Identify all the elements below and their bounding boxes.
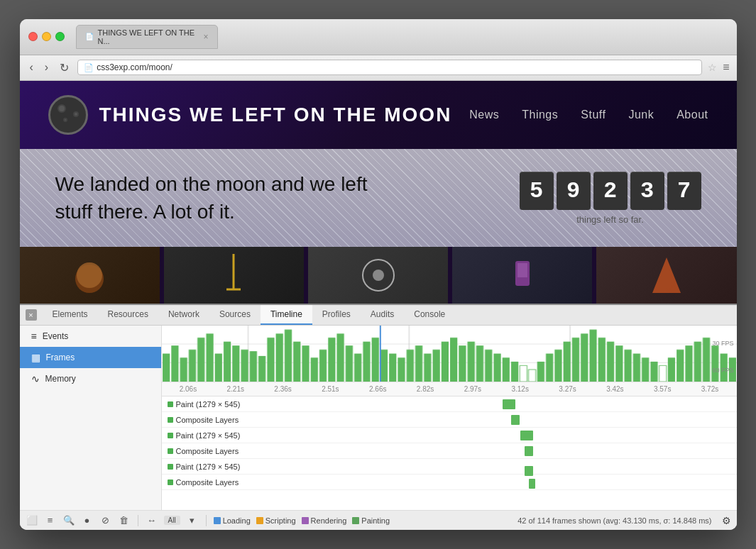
- record-dot-6: [168, 479, 173, 485]
- timeline-ruler: 2.06s 2.21s 2.36s 2.51s 2.66s 2.82s 2.97…: [162, 382, 737, 396]
- thumbnail-5[interactable]: [596, 247, 736, 304]
- minimize-button[interactable]: [42, 32, 51, 41]
- devtools-tab-timeline[interactable]: Timeline: [261, 305, 312, 325]
- painting-checkbox[interactable]: Painting: [352, 516, 390, 525]
- nav-news[interactable]: News: [469, 109, 499, 121]
- filter-all-label[interactable]: All: [164, 516, 180, 525]
- rendering-checkbox[interactable]: Rendering: [302, 516, 347, 525]
- browser-window: 📄 THINGS WE LEFT ON THE N... × ‹ › ↻ 📄 c…: [20, 19, 737, 530]
- tick-7: 2.97s: [449, 385, 496, 393]
- digit-5: 7: [667, 172, 701, 210]
- thumbnail-2[interactable]: [164, 247, 304, 304]
- thumbnail-img-2: [164, 247, 304, 304]
- sidebar-item-events[interactable]: ≡ Events: [20, 326, 161, 347]
- thumbnail-img-3: [308, 247, 448, 304]
- back-button[interactable]: ‹: [27, 60, 36, 75]
- stop-icon[interactable]: ⊘: [99, 514, 112, 527]
- loading-color: [214, 517, 221, 524]
- devtools-sidebar: ≡ Events ▦ Frames ∿ Memory: [20, 326, 162, 510]
- record-label-2: Composite Layers: [162, 416, 304, 424]
- record-icon[interactable]: ●: [81, 514, 94, 527]
- thumbnail-1[interactable]: [20, 247, 160, 304]
- page-icon: 📄: [84, 63, 94, 72]
- record-dot-1: [168, 401, 173, 407]
- rendering-label: Rendering: [311, 516, 347, 525]
- record-label-5: Paint (1279 × 545): [162, 462, 304, 471]
- loading-checkbox[interactable]: Loading: [214, 516, 251, 525]
- thumbnail-img-5: [596, 247, 736, 304]
- devtools-panel: × Elements Resources Network Sources Tim…: [20, 304, 737, 530]
- thumbnail-3[interactable]: [308, 247, 448, 304]
- record-dot-4: [168, 448, 173, 454]
- moon-logo-icon: [48, 95, 88, 135]
- nav-about[interactable]: About: [676, 109, 708, 121]
- sidebar-item-memory[interactable]: ∿ Memory: [20, 368, 161, 389]
- record-dot-3: [168, 433, 173, 438]
- scripting-label: Scripting: [265, 516, 296, 525]
- browser-tab[interactable]: 📄 THINGS WE LEFT ON THE N... ×: [76, 25, 218, 49]
- record-row: Composite Layers: [162, 475, 737, 490]
- painting-color: [352, 517, 359, 524]
- record-row: Composite Layers: [162, 412, 737, 428]
- menu-button[interactable]: ≡: [723, 61, 729, 74]
- record-label-4: Composite Layers: [162, 447, 304, 455]
- svg-rect-7: [517, 263, 527, 277]
- counter-label: things left so far.: [576, 214, 644, 225]
- title-bar: 📄 THINGS WE LEFT ON THE N... ×: [20, 19, 737, 55]
- filter-dropdown-icon[interactable]: ▾: [186, 514, 199, 527]
- nav-junk[interactable]: Junk: [628, 109, 654, 121]
- close-button[interactable]: [28, 32, 38, 41]
- tab-close-button[interactable]: ×: [203, 32, 208, 42]
- site-title: THINGS WE LEFT ON THE MOON: [99, 104, 452, 126]
- record-text-2: Composite Layers: [176, 416, 239, 424]
- capture-icon[interactable]: ⬜: [26, 514, 38, 527]
- site-navigation: News Things Stuff Junk About: [469, 109, 708, 121]
- devtools-tab-elements[interactable]: Elements: [43, 305, 98, 325]
- thumbnail-4[interactable]: [452, 247, 592, 304]
- nav-stuff[interactable]: Stuff: [581, 109, 606, 121]
- record-dot-2: [168, 417, 173, 423]
- search-icon[interactable]: 🔍: [62, 514, 75, 527]
- devtools-tab-network[interactable]: Network: [158, 305, 209, 325]
- settings-gear-icon[interactable]: ⚙: [722, 515, 731, 526]
- record-bar-5: [304, 459, 737, 474]
- devtools-close-button[interactable]: ×: [26, 309, 37, 321]
- crater-2: [73, 111, 79, 117]
- nav-things[interactable]: Things: [522, 109, 558, 121]
- record-bar-3: [304, 428, 737, 443]
- digit-2: 9: [557, 172, 591, 210]
- strikethrough-icon[interactable]: ↔: [146, 514, 158, 527]
- record-label-6: Composite Layers: [162, 478, 304, 487]
- devtools-tab-audits[interactable]: Audits: [361, 305, 404, 325]
- traffic-lights: [28, 32, 65, 41]
- frames-icon: ▦: [31, 352, 40, 363]
- devtools-tab-sources[interactable]: Sources: [209, 305, 261, 325]
- devtools-body: ≡ Events ▦ Frames ∿ Memory 30 FPS: [20, 326, 737, 510]
- fps-60-label: 60 FPS: [712, 367, 733, 374]
- record-text-4: Composite Layers: [176, 447, 239, 455]
- address-bar[interactable]: 📄 css3exp.com/moon/: [77, 60, 702, 75]
- scripting-checkbox[interactable]: Scripting: [256, 516, 296, 525]
- sidebar-events-label: Events: [43, 331, 69, 341]
- delete-icon[interactable]: 🗑: [118, 514, 131, 527]
- forward-button[interactable]: ›: [42, 60, 51, 75]
- record-row: Paint (1279 × 545): [162, 459, 737, 475]
- devtools-tab-resources[interactable]: Resources: [98, 305, 158, 325]
- website-content: THINGS WE LEFT ON THE MOON News Things S…: [20, 81, 737, 304]
- thumbnails-row: [20, 247, 737, 304]
- devtools-tab-console[interactable]: Console: [404, 305, 455, 325]
- refresh-button[interactable]: ↻: [57, 60, 72, 76]
- sidebar-item-frames[interactable]: ▦ Frames: [20, 347, 161, 368]
- clear-icon[interactable]: ≡: [44, 514, 57, 527]
- painting-label: Painting: [361, 516, 390, 525]
- navigation-bar: ‹ › ↻ 📄 css3exp.com/moon/ ☆ ≡: [20, 55, 737, 81]
- record-text-5: Paint (1279 × 545): [176, 462, 241, 471]
- record-block-2: [511, 415, 520, 425]
- bookmark-button[interactable]: ☆: [708, 62, 717, 73]
- record-block-3: [520, 431, 533, 440]
- record-block-6: [529, 479, 535, 489]
- digit-1: 5: [520, 172, 554, 210]
- sidebar-memory-label: Memory: [45, 374, 76, 384]
- maximize-button[interactable]: [55, 32, 65, 41]
- devtools-tab-profiles[interactable]: Profiles: [312, 305, 361, 325]
